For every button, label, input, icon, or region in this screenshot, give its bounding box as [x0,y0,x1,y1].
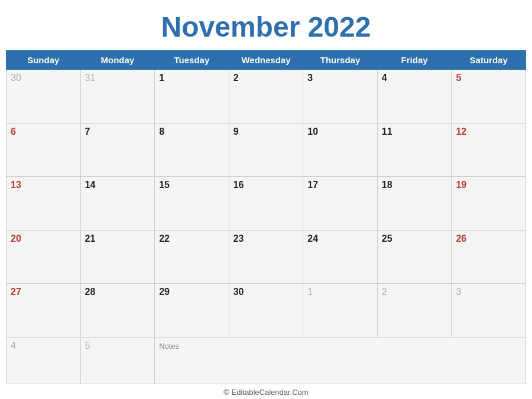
calendar-day[interactable]: 24 [303,230,378,284]
calendar-day[interactable]: 10 [303,123,378,177]
calendar-wrapper: Sunday Monday Tuesday Wednesday Thursday… [6,50,526,384]
calendar-day[interactable]: 11 [377,123,452,177]
calendar-day[interactable]: 26 [452,230,526,284]
calendar-day[interactable]: 14 [80,177,155,231]
calendar-day[interactable]: 4 [377,70,452,124]
calendar-day[interactable]: 30 [7,70,81,124]
footer-copyright: © EditableCalendar.Com [223,384,308,399]
calendar-day[interactable]: 30 [229,284,303,338]
calendar-header: Sunday Monday Tuesday Wednesday Thursday… [7,51,526,70]
header-tuesday: Tuesday [155,51,229,70]
calendar-day[interactable]: 3 [303,70,378,124]
calendar-day[interactable]: 1 [155,70,229,124]
calendar-day[interactable]: 9 [229,123,303,177]
calendar-day[interactable]: 21 [80,230,155,284]
calendar-day[interactable]: 7 [80,123,155,177]
header-monday: Monday [80,51,155,70]
calendar-day[interactable]: 23 [229,230,303,284]
calendar-day[interactable]: 6 [7,123,81,177]
calendar-day[interactable]: 5 [452,70,526,124]
header-sunday: Sunday [7,51,81,70]
calendar-day[interactable]: 31 [80,70,155,124]
calendar-title: November 2022 [0,0,532,50]
calendar-day[interactable]: 4 [7,337,81,384]
calendar-day[interactable]: 15 [155,177,229,231]
calendar-day[interactable]: 1 [303,284,378,338]
header-friday: Friday [377,51,452,70]
calendar-day[interactable]: 29 [155,284,229,338]
calendar-day[interactable]: 3 [452,284,526,338]
calendar-table: Sunday Monday Tuesday Wednesday Thursday… [6,50,526,384]
calendar-day[interactable]: 2 [229,70,303,124]
calendar-day[interactable]: 13 [7,177,81,231]
calendar-day[interactable]: 18 [377,177,452,231]
calendar-day[interactable]: 5 [80,337,155,384]
notes-cell[interactable]: Notes [155,337,526,384]
calendar-day[interactable]: 8 [155,123,229,177]
calendar-day[interactable]: 28 [80,284,155,338]
calendar-day[interactable]: 20 [7,230,81,284]
calendar-day[interactable]: 22 [155,230,229,284]
calendar-day[interactable]: 17 [303,177,378,231]
calendar-day[interactable]: 25 [377,230,452,284]
calendar-day[interactable]: 27 [7,284,81,338]
header-thursday: Thursday [303,51,378,70]
calendar-day[interactable]: 12 [452,123,526,177]
calendar-day[interactable]: 16 [229,177,303,231]
calendar-day[interactable]: 2 [377,284,452,338]
header-saturday: Saturday [452,51,526,70]
calendar-day[interactable]: 19 [452,177,526,231]
calendar-body: 3031123456789101112131415161718192021222… [7,70,526,384]
header-wednesday: Wednesday [229,51,303,70]
